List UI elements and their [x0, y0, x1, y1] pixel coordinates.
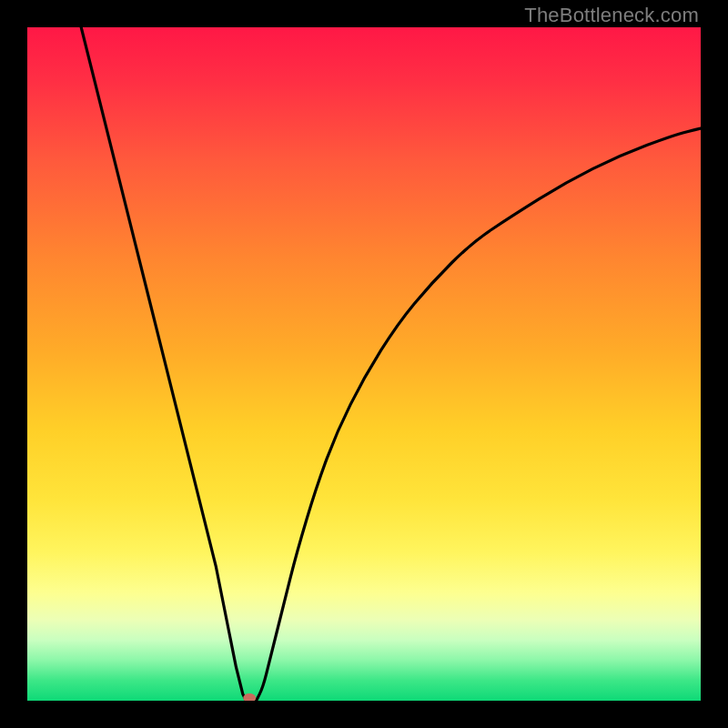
chart-frame: TheBottleneck.com [0, 0, 728, 728]
minimum-marker [243, 693, 256, 701]
bottleneck-curve-right [257, 128, 701, 701]
watermark-text: TheBottleneck.com [524, 4, 699, 27]
curve-layer [27, 27, 701, 701]
bottleneck-curve-left [81, 27, 246, 701]
plot-area [27, 27, 701, 701]
